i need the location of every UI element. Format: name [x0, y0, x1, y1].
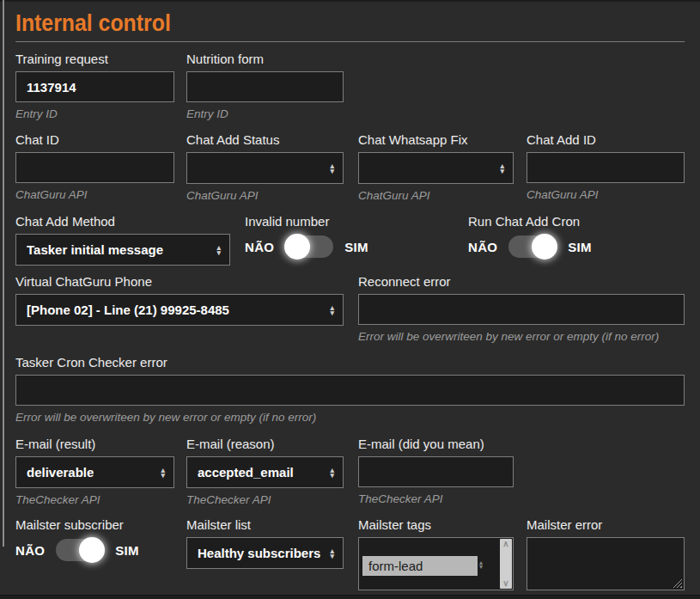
chat-whatsapp-fix-select[interactable]: ▴▾	[358, 152, 514, 184]
field-run-chat-add-cron: Run Chat Add Cron NÃO SIM	[468, 214, 592, 258]
field-hint: Entry ID	[15, 107, 174, 120]
select-arrows-icon: ▴▾	[479, 560, 483, 569]
field-label: Mailster subscriber	[15, 517, 139, 533]
field-label: Mailster tags	[358, 517, 514, 533]
field-label: Chat Add ID	[527, 132, 685, 148]
toggle-on-label: SIM	[115, 543, 139, 558]
scrollbar-up-icon[interactable]: ∧	[502, 539, 508, 549]
field-hint: ChatGuru API	[358, 189, 514, 202]
field-hint: TheChecker API	[358, 492, 514, 505]
bottom-edge-divider	[0, 595, 700, 599]
field-label: E-mail (result)	[15, 437, 174, 452]
field-email-reason: E-mail (reason) accepted_email ▴▾ TheChe…	[186, 437, 344, 506]
run-chat-add-cron-toggle[interactable]	[508, 235, 557, 258]
chat-add-id-input[interactable]	[527, 152, 685, 183]
field-label: Reconnect error	[358, 274, 685, 290]
toggle-knob	[284, 234, 310, 260]
email-did-you-mean-input[interactable]	[358, 456, 514, 487]
mailster-subscriber-toggle[interactable]	[56, 539, 104, 561]
field-chat-add-status: Chat Add Status ▴▾ ChatGuru API	[186, 132, 344, 202]
field-label: Chat Add Status	[186, 132, 344, 148]
mailster-tags-listbox[interactable]: form-lead ▴▾ ∧ ∨	[358, 537, 514, 590]
toggle-off-label: NÃO	[15, 543, 45, 558]
field-training-request: Training request Entry ID	[15, 52, 174, 120]
email-result-select[interactable]: deliverable ▴▾	[15, 456, 174, 488]
invalid-number-toggle-row: NÃO SIM	[245, 235, 368, 258]
field-hint: TheChecker API	[15, 493, 174, 506]
field-hint: Entry ID	[186, 107, 344, 120]
field-label: Chat Whatsapp Fix	[358, 132, 514, 148]
chat-id-input[interactable]	[15, 152, 174, 183]
field-chat-add-method: Chat Add Method Tasker initial message ▴…	[15, 214, 230, 266]
mailster-tags-selected-option[interactable]: form-lead	[362, 556, 478, 576]
field-chat-add-id: Chat Add ID ChatGuru API	[527, 132, 685, 201]
select-arrows-icon: ▴▾	[330, 305, 334, 315]
toggle-on-label: SIM	[568, 240, 592, 254]
field-mailster-tags: Mailster tags form-lead ▴▾ ∧ ∨	[358, 517, 514, 590]
select-value: accepted_email	[198, 465, 294, 480]
field-label: Tasker Cron Checker error	[15, 355, 685, 370]
field-label: E-mail (did you mean)	[358, 437, 514, 452]
training-request-input[interactable]	[15, 71, 174, 102]
run-chat-add-cron-toggle-row: NÃO SIM	[468, 235, 592, 258]
select-value: Healthy subscribers	[198, 546, 320, 560]
email-reason-select[interactable]: accepted_email ▴▾	[186, 456, 344, 488]
field-label: Training request	[15, 52, 174, 67]
chat-add-method-select[interactable]: Tasker initial message ▴▾	[15, 234, 230, 266]
field-nutrition-form: Nutrition form Entry ID	[186, 52, 344, 120]
field-label: Virtual ChatGuru Phone	[15, 274, 344, 290]
select-value: deliverable	[27, 465, 94, 480]
select-value: [Phone 02] - Line (21) 99925-8485	[27, 303, 229, 317]
field-hint: TheChecker API	[186, 493, 344, 506]
select-arrows-icon: ▴▾	[330, 548, 334, 559]
field-reconnect-error: Reconnect error Error will be overwritee…	[358, 274, 685, 343]
mailster-list-select[interactable]: Healthy subscribers ▴▾	[186, 537, 344, 569]
field-email-did-you-mean: E-mail (did you mean) TheChecker API	[358, 437, 514, 505]
toggle-knob	[79, 537, 105, 563]
field-mailster-subscriber: Mailster subscriber NÃO SIM	[15, 517, 139, 561]
mailster-error-textarea[interactable]	[527, 537, 685, 590]
field-invalid-number: Invalid number NÃO SIM	[245, 214, 368, 258]
select-arrows-icon: ▴▾	[330, 468, 334, 478]
chat-add-status-select[interactable]: ▴▾	[186, 152, 344, 184]
field-mailster-error: Mailster error	[527, 517, 685, 590]
select-arrows-icon: ▴▾	[330, 163, 334, 174]
mailster-subscriber-toggle-row: NÃO SIM	[15, 539, 139, 561]
toggle-on-label: SIM	[344, 240, 368, 254]
select-arrows-icon: ▴▾	[161, 468, 165, 478]
field-label: Chat Add Method	[15, 214, 230, 229]
field-label: Nutrition form	[186, 52, 344, 67]
field-label: E-mail (reason)	[186, 437, 344, 452]
scrollbar-down-icon[interactable]: ∨	[502, 578, 508, 589]
field-label: Mailster list	[186, 517, 344, 533]
field-chat-id: Chat ID ChatGuru API	[15, 132, 174, 201]
resize-handle-icon[interactable]	[673, 578, 682, 588]
field-label: Mailster error	[527, 517, 685, 533]
field-label: Chat ID	[15, 132, 174, 148]
invalid-number-toggle[interactable]	[285, 235, 333, 258]
select-arrows-icon: ▴▾	[500, 163, 504, 174]
top-edge-divider	[0, 0, 700, 2]
internal-control-section: Internal control Training request Entry …	[0, 0, 700, 599]
toggle-knob	[532, 234, 557, 260]
field-hint: Error will be overwriteen by new error o…	[15, 411, 685, 424]
title-divider	[15, 41, 685, 42]
section-title: Internal control	[15, 10, 171, 37]
select-arrows-icon: ▴▾	[216, 245, 221, 255]
field-chat-whatsapp-fix: Chat Whatsapp Fix ▴▾ ChatGuru API	[358, 132, 514, 202]
reconnect-error-input[interactable]	[358, 294, 685, 325]
listbox-scrollbar[interactable]: ∧ ∨	[500, 539, 512, 589]
select-value: Tasker initial message	[27, 242, 163, 257]
field-hint: Error will be overwriteen by new error o…	[358, 330, 685, 343]
field-email-result: E-mail (result) deliverable ▴▾ TheChecke…	[15, 437, 174, 506]
field-mailster-list: Mailster list Healthy subscribers ▴▾	[186, 517, 344, 569]
nutrition-form-input[interactable]	[186, 71, 344, 102]
field-label: Invalid number	[245, 214, 368, 229]
field-hint: ChatGuru API	[527, 188, 685, 201]
virtual-chatguru-phone-select[interactable]: [Phone 02] - Line (21) 99925-8485 ▴▾	[15, 294, 344, 326]
field-hint: ChatGuru API	[15, 188, 174, 201]
field-virtual-chatguru-phone: Virtual ChatGuru Phone [Phone 02] - Line…	[15, 274, 344, 326]
field-tasker-cron-checker-error: Tasker Cron Checker error Error will be …	[15, 355, 685, 424]
tasker-cron-checker-error-input[interactable]	[15, 375, 685, 406]
field-hint: ChatGuru API	[186, 189, 344, 202]
